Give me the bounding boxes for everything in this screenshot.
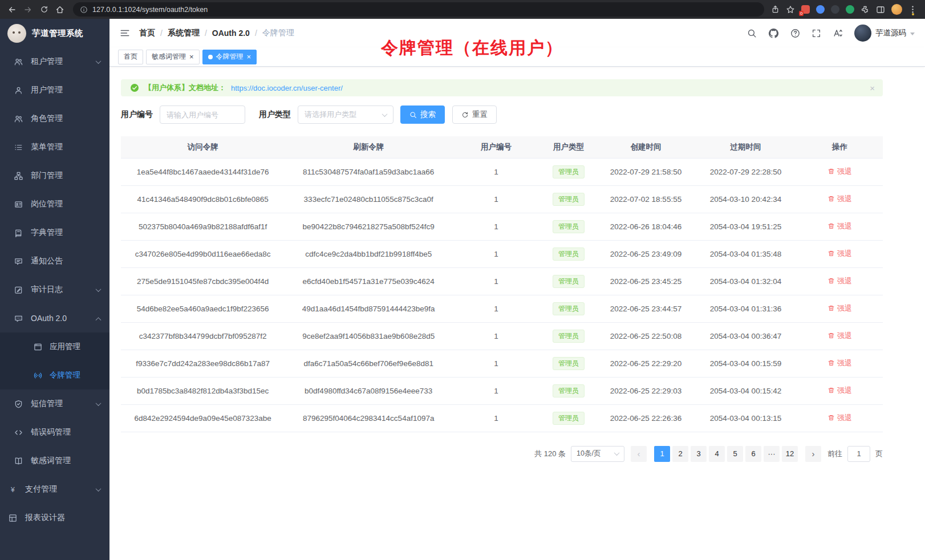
message-icon xyxy=(14,257,23,266)
sidebar-item-error-code[interactable]: 错误码管理 xyxy=(0,418,109,447)
bookmark-star-icon[interactable] xyxy=(786,5,795,14)
tab-sensitive-word[interactable]: 敏感词管理 × xyxy=(146,50,200,64)
page-button-3[interactable]: 3 xyxy=(691,446,707,462)
search-button[interactable]: 搜索 xyxy=(400,105,445,124)
extension-icon-green[interactable] xyxy=(846,5,854,14)
sidebar-item-report-designer[interactable]: 报表设计器 xyxy=(0,504,109,532)
extension-icon-red[interactable]: 0 xyxy=(801,5,810,14)
sidebar-item-pay[interactable]: ¥ 支付管理 xyxy=(0,475,109,504)
sidebar-item-label: 角色管理 xyxy=(31,113,63,124)
page-button-12[interactable]: 12 xyxy=(782,446,798,462)
app-logo xyxy=(7,24,26,43)
chevron-down-icon xyxy=(96,486,102,492)
browser-menu-icon[interactable] xyxy=(908,5,917,14)
address-bar[interactable]: 127.0.0.1:1024/system/oauth2/token xyxy=(73,2,764,17)
close-icon[interactable]: × xyxy=(247,53,251,60)
goto-label: 前往 xyxy=(827,449,842,459)
browser-reload-icon[interactable] xyxy=(36,2,51,17)
page-button-4[interactable]: 4 xyxy=(709,446,725,462)
column-header: 创建时间 xyxy=(597,136,695,158)
force-logout-button[interactable]: 强退 xyxy=(827,249,852,259)
prev-page-button[interactable]: ‹ xyxy=(631,446,647,462)
breadcrumb-item[interactable]: 系统管理 xyxy=(168,28,200,38)
sidebar-item-dept[interactable]: 部门管理 xyxy=(0,161,109,190)
browser-profile-avatar[interactable] xyxy=(891,4,902,15)
page-ellipsis-button[interactable]: ··· xyxy=(764,446,780,462)
tab-token[interactable]: 令牌管理 × xyxy=(202,50,257,64)
help-icon[interactable] xyxy=(790,29,800,38)
reset-button[interactable]: 重置 xyxy=(452,105,497,124)
app-logo-bar[interactable]: 芋道管理系统 xyxy=(0,19,109,47)
force-logout-button[interactable]: 强退 xyxy=(827,303,852,314)
force-logout-button[interactable]: 强退 xyxy=(827,167,852,177)
cell-expire-time: 2022-07-29 22:28:50 xyxy=(695,158,797,185)
breadcrumb-item[interactable]: OAuth 2.0 xyxy=(212,29,250,38)
sidebar-item-oauth2[interactable]: OAuth 2.0 xyxy=(0,304,109,332)
force-logout-button[interactable]: 强退 xyxy=(827,194,852,204)
sidebar-item-tenant[interactable]: 租户管理 xyxy=(0,47,109,76)
page-button-5[interactable]: 5 xyxy=(727,446,743,462)
user-type-select[interactable]: 请选择用户类型 xyxy=(298,105,393,124)
force-logout-label: 强退 xyxy=(837,303,852,314)
sidebar-item-notice[interactable]: 通知公告 xyxy=(0,247,109,275)
page-button-6[interactable]: 6 xyxy=(745,446,761,462)
doc-link[interactable]: https://doc.iocoder.cn/user-center/ xyxy=(231,84,343,92)
sidebar-item-oauth2-token[interactable]: 令牌管理 xyxy=(0,361,109,389)
goto-page-input[interactable] xyxy=(847,446,870,462)
page-size-select[interactable]: 10条/页 xyxy=(571,446,624,462)
force-logout-button[interactable]: 强退 xyxy=(827,331,852,341)
font-size-icon[interactable] xyxy=(833,28,843,38)
user-type-badge: 管理员 xyxy=(553,384,585,397)
search-icon[interactable] xyxy=(747,29,757,38)
force-logout-button[interactable]: 强退 xyxy=(827,221,852,232)
user-id-input[interactable] xyxy=(160,105,245,124)
badge-icon xyxy=(14,200,23,209)
breadcrumb-separator: / xyxy=(205,29,207,38)
sidebar-item-label: 字典管理 xyxy=(31,228,63,238)
force-logout-button[interactable]: 强退 xyxy=(827,276,852,286)
tab-home[interactable]: 首页 xyxy=(118,50,143,64)
force-logout-button[interactable]: 强退 xyxy=(827,358,852,368)
site-info-icon[interactable] xyxy=(80,6,88,14)
fullscreen-icon[interactable] xyxy=(812,29,821,38)
sidebar-item-sensitive-word[interactable]: 敏感词管理 xyxy=(0,447,109,475)
sidebar-toggle-icon[interactable] xyxy=(120,28,130,38)
browser-chrome: 127.0.0.1:1024/system/oauth2/token 0 xyxy=(0,0,925,19)
user-menu[interactable]: 芋道源码 xyxy=(854,25,915,42)
breadcrumb-item[interactable]: 首页 xyxy=(139,28,155,38)
browser-back-icon[interactable] xyxy=(5,2,19,17)
sidebar-item-audit-log[interactable]: 审计日志 xyxy=(0,275,109,304)
cell-expire-time: 2054-03-04 00:15:59 xyxy=(695,350,797,377)
sidebar-item-label: 短信管理 xyxy=(31,399,63,409)
sidebar-item-dict[interactable]: 字典管理 xyxy=(0,218,109,247)
delete-icon xyxy=(827,195,835,202)
force-logout-label: 强退 xyxy=(837,385,852,396)
refresh-icon xyxy=(461,111,469,119)
cell-created-time: 2022-06-25 23:45:25 xyxy=(597,267,695,295)
extension-icon-dark[interactable] xyxy=(831,5,839,14)
extension-icon-blue[interactable] xyxy=(816,5,825,14)
page-button-1[interactable]: 1 xyxy=(654,446,670,462)
sidebar-item-user[interactable]: 用户管理 xyxy=(0,76,109,104)
sidebar-item-role[interactable]: 角色管理 xyxy=(0,104,109,133)
shield-icon xyxy=(14,400,23,408)
sidebar-item-sms[interactable]: 短信管理 xyxy=(0,389,109,418)
sidebar-item-post[interactable]: 岗位管理 xyxy=(0,190,109,218)
github-icon[interactable] xyxy=(768,28,779,39)
extensions-puzzle-icon[interactable] xyxy=(861,5,870,14)
page-list: 123456···12 xyxy=(653,446,799,462)
next-page-button[interactable]: › xyxy=(805,446,821,462)
force-logout-button[interactable]: 强退 xyxy=(827,413,852,423)
side-panel-icon[interactable] xyxy=(876,5,885,14)
page-button-2[interactable]: 2 xyxy=(672,446,688,462)
browser-forward-icon[interactable] xyxy=(21,2,35,17)
share-icon[interactable] xyxy=(771,5,780,14)
sidebar-item-menu[interactable]: 菜单管理 xyxy=(0,133,109,161)
cell-refresh-token: 9ce8ef2aa9f14056b831ae9b608e28d5 xyxy=(285,322,452,350)
browser-home-icon[interactable] xyxy=(52,2,67,17)
close-icon[interactable]: × xyxy=(189,53,194,60)
force-logout-button[interactable]: 强退 xyxy=(827,385,852,396)
active-tab-dot-icon xyxy=(208,55,213,59)
alert-close-icon[interactable]: × xyxy=(870,83,875,93)
sidebar-item-oauth2-app[interactable]: 应用管理 xyxy=(0,332,109,361)
